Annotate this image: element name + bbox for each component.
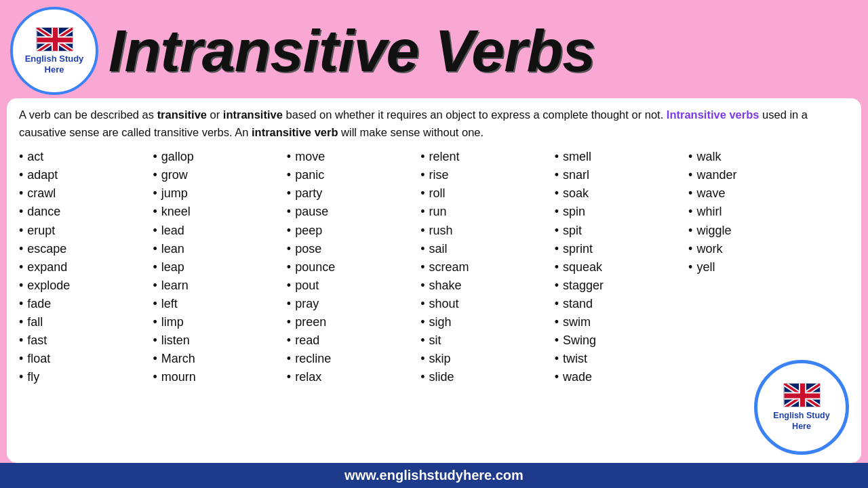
word-text: erupt <box>27 222 55 239</box>
word-text: twist <box>563 350 587 367</box>
word-text: sit <box>429 331 441 349</box>
word-text: smell <box>563 148 591 165</box>
list-item: •yell <box>688 258 849 276</box>
word-text: spin <box>563 203 585 220</box>
list-item: •listen <box>153 331 286 349</box>
list-item: •stand <box>555 295 688 312</box>
list-item: •swim <box>555 313 688 331</box>
list-item: •sit <box>420 331 554 349</box>
bullet-icon: • <box>19 148 23 165</box>
list-item: •relax <box>287 368 420 386</box>
bullet-icon: • <box>19 313 23 331</box>
list-item: •move <box>287 148 420 165</box>
bullet-icon: • <box>420 350 425 367</box>
word-text: soak <box>563 184 589 202</box>
list-item: •mourn <box>153 368 286 386</box>
bullet-icon: • <box>420 222 425 239</box>
word-text: Swing <box>563 331 596 349</box>
list-item: •learn <box>153 277 286 294</box>
word-text: recline <box>295 350 331 367</box>
word-text: act <box>27 148 43 165</box>
list-item: •wander <box>688 166 849 184</box>
bullet-icon: • <box>555 295 559 312</box>
page-title: Intransitive Verbs <box>108 21 595 81</box>
word-text: snarl <box>563 166 589 184</box>
logo-circle-bottom: English StudyHere <box>754 360 849 455</box>
list-item: •rise <box>420 166 554 184</box>
bullet-icon: • <box>555 331 559 349</box>
word-text: rise <box>429 166 449 184</box>
bullet-icon: • <box>19 258 23 276</box>
word-text: scream <box>429 258 469 276</box>
word-text: pose <box>295 240 321 258</box>
list-item: •wade <box>555 368 688 386</box>
bullet-icon: • <box>153 350 157 367</box>
desc-bold-intransitive-verb: intransitive verb <box>252 126 338 138</box>
bullet-icon: • <box>688 203 692 220</box>
list-item: •float <box>19 350 153 367</box>
bullet-icon: • <box>420 331 425 349</box>
list-item: •wiggle <box>688 222 849 239</box>
word-text: grow <box>161 166 188 184</box>
word-text: gallop <box>161 148 194 165</box>
bullet-icon: • <box>19 277 23 294</box>
word-text: left <box>161 295 178 312</box>
list-item: •pout <box>287 277 420 294</box>
bullet-icon: • <box>19 331 23 349</box>
bullet-icon: • <box>153 277 157 294</box>
word-text: shout <box>429 295 459 312</box>
list-item: •escape <box>19 240 153 258</box>
bullet-icon: • <box>420 277 425 294</box>
bullet-icon: • <box>19 368 23 386</box>
bullet-icon: • <box>420 295 425 312</box>
list-item: •lean <box>153 240 286 258</box>
word-text: jump <box>161 184 188 202</box>
bullet-icon: • <box>555 222 559 239</box>
list-item: •jump <box>153 184 286 202</box>
word-text: whirl <box>696 203 722 220</box>
bullet-icon: • <box>555 368 559 386</box>
bullet-icon: • <box>420 184 425 202</box>
bullet-icon: • <box>555 258 559 276</box>
list-item: •spin <box>555 203 688 220</box>
list-item: •panic <box>287 166 420 184</box>
word-text: expand <box>27 258 67 276</box>
bullet-icon: • <box>153 166 157 184</box>
list-item: •fast <box>19 331 153 349</box>
word-column-4: •smell•snarl•soak•spin•spit•sprint•squea… <box>555 148 688 455</box>
list-item: •preen <box>287 313 420 331</box>
list-item: •soak <box>555 184 688 202</box>
word-column-0: •act•adapt•crawl•dance•erupt•escape•expa… <box>19 148 153 455</box>
list-item: •Swing <box>555 331 688 349</box>
list-item: •pounce <box>287 258 420 276</box>
words-grid: •act•adapt•crawl•dance•erupt•escape•expa… <box>19 148 849 455</box>
word-text: limp <box>161 313 184 331</box>
list-item: •twist <box>555 350 688 367</box>
word-text: slide <box>429 368 454 386</box>
word-text: fast <box>27 331 47 349</box>
word-text: stand <box>563 295 593 312</box>
list-item: •crawl <box>19 184 153 202</box>
word-text: crawl <box>27 184 56 202</box>
bullet-icon: • <box>688 184 692 202</box>
desc-text-2: or <box>210 108 223 121</box>
word-text: March <box>161 350 195 367</box>
word-text: roll <box>429 184 446 202</box>
word-text: shake <box>429 277 462 294</box>
list-item: •pray <box>287 295 420 312</box>
list-item: •run <box>420 203 554 220</box>
word-text: squeak <box>563 258 602 276</box>
list-item: •grow <box>153 166 286 184</box>
word-text: wander <box>696 166 736 184</box>
list-item: •sigh <box>420 313 554 331</box>
word-column-5: •walk•wander•wave•whirl•wiggle•work•yell… <box>688 148 849 455</box>
word-text: peep <box>295 222 322 239</box>
bullet-icon: • <box>19 350 23 367</box>
list-item: •roll <box>420 184 554 202</box>
flag-icon-bottom <box>783 383 821 407</box>
bullet-icon: • <box>287 295 291 312</box>
list-item: •squeak <box>555 258 688 276</box>
bullet-icon: • <box>420 368 425 386</box>
list-item: •snarl <box>555 166 688 184</box>
bullet-icon: • <box>420 166 425 184</box>
